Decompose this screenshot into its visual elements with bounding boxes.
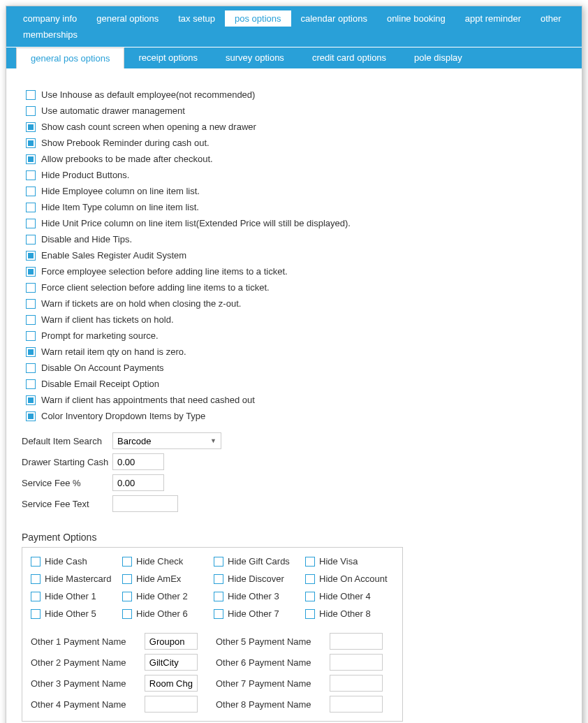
checkbox[interactable] [26, 138, 36, 148]
checkbox[interactable] [31, 574, 41, 584]
checkbox-row: Use automatic drawer management [26, 105, 566, 116]
checkbox-row: Show cash count screen when opening a ne… [26, 122, 566, 132]
checkbox[interactable] [214, 609, 223, 619]
checkbox[interactable] [26, 122, 36, 132]
checkbox[interactable] [26, 411, 36, 421]
service-fee-text-row: Service Fee Text [22, 495, 566, 512]
checkbox[interactable] [305, 557, 315, 567]
payment-name-input[interactable] [145, 675, 198, 692]
sub-nav-item[interactable]: credit card options [298, 48, 400, 68]
payment-name-input[interactable] [145, 633, 198, 650]
checkbox-label: Hide Other 7 [228, 608, 279, 619]
checkbox-label: Hide Other 8 [319, 608, 371, 619]
checkbox[interactable] [31, 557, 41, 567]
payment-name-input[interactable] [330, 654, 383, 671]
checkbox-label: Hide Gift Cards [228, 556, 290, 567]
checkbox-label: Hide Other 2 [136, 591, 188, 601]
settings-window: company infogeneral optionstax setuppos … [6, 6, 582, 723]
checkbox-row: Hide Unit Price column on line item list… [26, 218, 566, 228]
drawer-starting-cash-row: Drawer Starting Cash [22, 453, 566, 470]
checkbox[interactable] [214, 574, 223, 584]
checkbox[interactable] [31, 609, 41, 619]
top-nav-item[interactable]: company info [13, 10, 87, 27]
payment-hide-cell: Hide Discover [214, 574, 302, 584]
checkbox[interactable] [26, 219, 36, 228]
payment-name-input[interactable] [145, 654, 198, 671]
chevron-down-icon: ▼ [210, 437, 216, 444]
checkbox[interactable] [26, 315, 36, 325]
checkbox[interactable] [26, 187, 36, 196]
checkbox-label: Hide Item Type column on line item list. [41, 202, 199, 212]
checkbox[interactable] [122, 557, 132, 567]
payment-name-input[interactable] [330, 633, 383, 650]
top-nav-item[interactable]: tax setup [168, 10, 225, 27]
default-item-search-row: Default Item Search Barcode ▼ [22, 432, 566, 449]
top-nav-item[interactable]: online booking [377, 10, 455, 27]
checkbox-row: Disable On Account Payments [26, 363, 566, 373]
top-nav-item[interactable]: general options [87, 10, 168, 27]
checkbox-row: Use Inhouse as default employee(not reco… [26, 89, 566, 100]
checkbox[interactable] [26, 331, 36, 341]
checkbox[interactable] [26, 267, 36, 277]
sub-nav-item[interactable]: survey options [212, 48, 298, 68]
checkbox[interactable] [305, 609, 315, 619]
checkbox[interactable] [26, 90, 36, 100]
checkbox[interactable] [26, 170, 36, 180]
checkbox[interactable] [214, 592, 223, 601]
top-nav-item[interactable]: appt reminder [455, 10, 531, 27]
payment-hide-cell: Hide Other 8 [305, 608, 394, 619]
default-item-search-select[interactable]: Barcode ▼ [112, 432, 221, 449]
checkbox[interactable] [26, 283, 36, 293]
checkbox-label: Use Inhouse as default employee(not reco… [41, 89, 255, 100]
checkbox-label: Show Prebook Reminder during cash out. [41, 138, 210, 148]
top-nav-item[interactable]: memberships [13, 27, 87, 43]
drawer-starting-cash-input[interactable] [112, 453, 164, 470]
checkbox-label: Allow prebooks to be made after checkout… [41, 154, 213, 164]
top-nav-item[interactable]: other [531, 10, 571, 27]
payment-hide-cell: Hide Visa [305, 556, 394, 567]
checkbox-row: Disable Email Receipt Option [26, 379, 566, 389]
checkbox[interactable] [214, 557, 223, 567]
content-panel: Use Inhouse as default employee(not reco… [6, 68, 582, 723]
payment-name-input[interactable] [330, 675, 383, 692]
service-fee-percent-input[interactable] [112, 474, 164, 491]
checkbox[interactable] [26, 235, 36, 244]
payment-name-label: Other 2 Payment Name [31, 657, 138, 668]
checkbox-label: Hide Check [136, 556, 183, 567]
payment-hide-cell: Hide Mastercard [31, 574, 119, 584]
checkbox[interactable] [122, 574, 132, 584]
top-nav-item[interactable]: calendar options [291, 10, 377, 27]
payment-options-title: Payment Options [22, 532, 566, 543]
checkbox[interactable] [26, 363, 36, 373]
top-nav-item[interactable]: pos options [225, 10, 291, 27]
checkbox[interactable] [305, 574, 315, 584]
checkbox[interactable] [305, 592, 315, 601]
checkbox-label: Color Inventory Dropdown Items by Type [41, 411, 205, 421]
checkbox[interactable] [26, 106, 36, 116]
payment-name-input[interactable] [330, 696, 383, 713]
checkbox[interactable] [26, 347, 36, 357]
sub-nav-item[interactable]: receipt options [124, 48, 212, 68]
checkbox[interactable] [26, 251, 36, 261]
checkbox-label: Hide Visa [319, 556, 358, 567]
payment-name-input[interactable] [145, 696, 198, 713]
service-fee-text-input[interactable] [112, 495, 178, 512]
sub-nav-item[interactable]: general pos options [16, 48, 124, 68]
checkbox[interactable] [122, 609, 132, 619]
checkbox-row: Warn retail item qty on hand is zero. [26, 346, 566, 357]
checkbox[interactable] [122, 592, 132, 601]
checkbox[interactable] [26, 203, 36, 212]
payment-name-label: Other 5 Payment Name [216, 636, 323, 647]
top-nav: company infogeneral optionstax setuppos … [6, 6, 582, 47]
payment-hide-cell: Hide Other 5 [31, 608, 119, 619]
checkbox[interactable] [26, 379, 36, 389]
payment-hide-cell: Hide Cash [31, 556, 119, 567]
checkbox[interactable] [26, 395, 36, 405]
checkbox-label: Hide On Account [319, 574, 388, 584]
checkbox[interactable] [26, 154, 36, 164]
checkbox[interactable] [26, 299, 36, 309]
service-fee-text-label: Service Fee Text [22, 499, 112, 509]
sub-nav-item[interactable]: pole display [400, 48, 476, 68]
checkbox-label: Warn retail item qty on hand is zero. [41, 346, 186, 357]
checkbox[interactable] [31, 592, 41, 601]
